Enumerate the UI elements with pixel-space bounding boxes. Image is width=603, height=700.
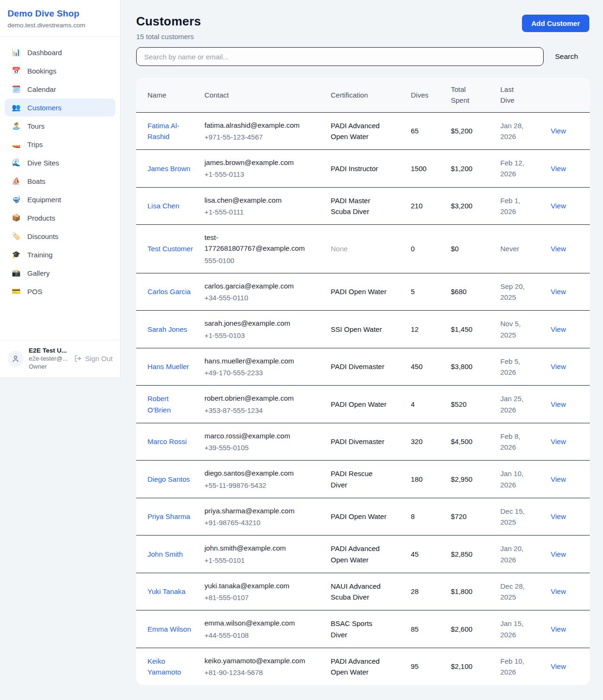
view-customer-link[interactable]: View — [551, 512, 566, 520]
search-button[interactable]: Search — [544, 52, 589, 61]
customer-dives: 95 — [411, 662, 419, 670]
view-customer-link[interactable]: View — [551, 325, 566, 333]
customer-name-link[interactable]: John Smith — [147, 549, 183, 560]
customer-email: hans.mueller@example.com — [204, 355, 316, 366]
customer-email: fatima.alrashid@example.com — [204, 120, 316, 131]
customer-total-spent: $2,950 — [451, 475, 473, 483]
customer-dives: 0 — [411, 245, 415, 253]
search-input[interactable] — [136, 47, 544, 66]
customer-email: emma.wilson@example.com — [204, 618, 316, 628]
customer-total-spent: $5,200 — [451, 127, 473, 135]
customer-name-link[interactable]: Robert O'Brien — [147, 393, 194, 415]
customer-phone: 555-0100 — [204, 255, 324, 266]
customer-name-link[interactable]: Keiko Yamamoto — [147, 656, 194, 678]
avatar — [8, 351, 24, 367]
view-customer-link[interactable]: View — [551, 288, 566, 296]
sidebar-item-boats[interactable]: ⛵ Boats — [5, 172, 115, 190]
customer-name-link[interactable]: Hans Mueller — [147, 361, 189, 372]
customer-phone: +1-555-0103 — [204, 330, 324, 341]
sidebar-item-equipment[interactable]: 🤿 Equipment — [5, 190, 115, 208]
view-customer-link[interactable]: View — [551, 245, 566, 253]
view-customer-link[interactable]: View — [551, 475, 566, 483]
sidebar-item-pos[interactable]: 💳 POS — [5, 282, 115, 300]
table-row: Sarah Jones sarah.jones@example.com +1-5… — [136, 311, 590, 348]
customer-certification: SSI Open Water — [331, 324, 382, 335]
customer-name-link[interactable]: Emma Wilson — [147, 624, 191, 634]
view-customer-link[interactable]: View — [551, 362, 566, 371]
customer-name-link[interactable]: James Brown — [147, 163, 190, 174]
customer-dives: 180 — [411, 475, 423, 483]
add-customer-button[interactable]: Add Customer — [522, 15, 589, 32]
customer-certification: PADI Open Water — [331, 286, 386, 297]
equipment-icon: 🤿 — [12, 195, 20, 204]
table-row: James Brown james.brown@example.com +1-5… — [136, 150, 590, 188]
customer-last-dive: Sep 20, 2025 — [500, 281, 530, 303]
view-customer-link[interactable]: View — [551, 400, 566, 408]
customer-dives: 450 — [411, 362, 423, 371]
view-customer-link[interactable]: View — [551, 587, 566, 595]
sidebar-item-bookings[interactable]: 📅 Bookings — [5, 62, 115, 80]
customer-phone: +353-87-555-1234 — [204, 405, 324, 416]
customer-name-link[interactable]: Fatima Al-Rashid — [147, 120, 194, 142]
customer-email: marco.rossi@example.com — [204, 430, 316, 441]
customer-last-dive: Feb 12, 2026 — [500, 157, 530, 180]
tours-icon: 🏝️ — [12, 122, 20, 130]
table-row: Hans Mueller hans.mueller@example.com +4… — [136, 348, 590, 386]
view-customer-link[interactable]: View — [551, 127, 566, 135]
customer-phone: +34-555-0110 — [204, 292, 324, 303]
customer-email: lisa.chen@example.com — [204, 195, 316, 206]
gallery-icon: 📸 — [12, 269, 20, 277]
view-customer-link[interactable]: View — [551, 625, 566, 633]
products-icon: 📦 — [12, 214, 20, 222]
sidebar-item-training[interactable]: 🎓 Training — [5, 246, 115, 264]
customer-name-link[interactable]: Marco Rossi — [147, 436, 187, 447]
sidebar-item-dashboard[interactable]: 📊 Dashboard — [5, 43, 115, 61]
view-customer-link[interactable]: View — [551, 662, 566, 670]
customer-name-link[interactable]: Priya Sharma — [147, 511, 190, 522]
customer-certification: PADI Divemaster — [331, 361, 384, 372]
sidebar-item-dive-sites[interactable]: 🌊 Dive Sites — [5, 154, 115, 172]
column-header-name: Name — [136, 78, 204, 112]
sidebar-item-products[interactable]: 📦 Products — [5, 209, 115, 227]
sidebar-item-discounts[interactable]: 🏷️ Discounts — [5, 227, 115, 245]
sidebar-item-tours[interactable]: 🏝️ Tours — [5, 117, 115, 135]
sidebar-item-trips[interactable]: 🚤 Trips — [5, 135, 115, 153]
sidebar-item-gallery[interactable]: 📸 Gallery — [5, 264, 115, 282]
customer-phone: +81-90-1234-5678 — [204, 667, 324, 678]
customer-phone: +44-555-0108 — [204, 630, 324, 641]
customer-last-dive: Jan 25, 2026 — [500, 393, 530, 415]
table-row: Fatima Al-Rashid fatima.alrashid@example… — [136, 112, 590, 150]
customer-last-dive: Jan 15, 2026 — [500, 618, 530, 640]
customer-name-link[interactable]: Test Customer — [147, 243, 193, 254]
customer-certification: PADI Open Water — [331, 511, 386, 522]
customer-name-link[interactable]: Sarah Jones — [147, 324, 187, 335]
table-row: Emma Wilson emma.wilson@example.com +44-… — [136, 610, 590, 648]
sign-out-button[interactable]: Sign Out — [74, 354, 114, 362]
customer-certification: BSAC Sports Diver — [331, 618, 390, 640]
user-email: e2e-tester@... — [29, 355, 69, 362]
table-row: Diego Santos diego.santos@example.com +5… — [136, 461, 590, 498]
sidebar-item-calendar[interactable]: 🗓️ Calendar — [5, 80, 115, 98]
view-customer-link[interactable]: View — [551, 202, 566, 210]
table-row: Yuki Tanaka yuki.tanaka@example.com +81-… — [136, 573, 590, 610]
customer-total-spent: $3,200 — [451, 202, 473, 210]
dashboard-icon: 📊 — [12, 48, 20, 57]
shop-title: Demo Dive Shop — [8, 8, 113, 19]
customer-total-spent: $1,200 — [451, 165, 473, 173]
pos-icon: 💳 — [12, 287, 20, 296]
table-row: Marco Rossi marco.rossi@example.com +39-… — [136, 423, 590, 461]
table-row: Lisa Chen lisa.chen@example.com +1-555-0… — [136, 187, 590, 225]
view-customer-link[interactable]: View — [551, 437, 566, 445]
view-customer-link[interactable]: View — [551, 550, 566, 558]
sidebar-item-customers[interactable]: 👥 Customers — [5, 99, 115, 116]
customer-name-link[interactable]: Yuki Tanaka — [147, 586, 186, 597]
customer-name-link[interactable]: Carlos Garcia — [147, 286, 191, 297]
view-customer-link[interactable]: View — [551, 165, 566, 173]
calendar-icon: 🗓️ — [12, 85, 20, 93]
customer-name-link[interactable]: Lisa Chen — [147, 200, 179, 211]
customer-email: keiko.yamamoto@example.com — [204, 655, 316, 666]
customer-name-link[interactable]: Diego Santos — [147, 474, 190, 485]
customer-total-spent: $680 — [451, 288, 466, 296]
customer-dives: 5 — [411, 288, 415, 296]
customer-last-dive: Jan 10, 2026 — [500, 468, 530, 490]
